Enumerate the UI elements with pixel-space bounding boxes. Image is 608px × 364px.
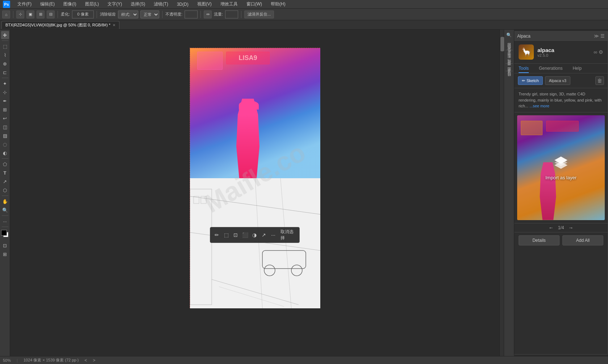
strength-input[interactable] — [225, 10, 238, 18]
menu-file[interactable]: 文件(F) — [16, 1, 33, 7]
float-transform-btn[interactable]: ⊡ — [232, 231, 239, 239]
selection-tool[interactable]: ⬚ — [1, 42, 9, 50]
alpaca-settings-btn[interactable]: ⚙ — [599, 49, 603, 55]
ri-channels-label[interactable]: 通道 — [507, 76, 512, 77]
eraser-tool[interactable]: ◫ — [1, 123, 9, 131]
menu-select[interactable]: 选择(S) — [129, 1, 147, 7]
tool-sep-4 — [2, 196, 8, 196]
ri-pattern-label[interactable]: 图案 — [507, 60, 512, 62]
ri-panel-btn[interactable]: ⊞ — [505, 40, 513, 48]
style-select[interactable]: 样式: — [118, 10, 138, 18]
crop-tool[interactable]: ⊏ — [1, 68, 9, 76]
see-more-link[interactable]: ...see more — [529, 104, 549, 108]
alpaca-expand-btn[interactable]: ≫ — [594, 33, 599, 39]
prev-page-btn[interactable]: ← — [549, 225, 554, 231]
menu-text[interactable]: 文字(Y) — [106, 1, 123, 7]
ri-adjustments-label[interactable]: 调整 — [507, 68, 512, 69]
scroll-thumb[interactable] — [501, 37, 504, 51]
hand-tool[interactable]: ✋ — [1, 197, 9, 205]
add-all-btn[interactable]: Add All — [562, 235, 603, 245]
menu-window[interactable]: 窗口(W) — [245, 1, 263, 7]
menu-image[interactable]: 图像(I) — [62, 1, 77, 7]
pen-tool[interactable]: ⬠ — [1, 160, 9, 168]
opacity-input[interactable] — [185, 10, 198, 18]
crop-btn[interactable]: ⊞ — [37, 10, 45, 18]
float-arrow-btn[interactable]: ↗ — [260, 231, 267, 239]
ri-search-btn[interactable]: 🔍 — [505, 31, 513, 39]
document-dimensions: 1024 像素 × 1539 像素 (72 pp·) — [24, 357, 79, 363]
deselect-label[interactable]: 取消选择 — [279, 229, 296, 241]
spot-heal-tool[interactable]: ⊹ — [1, 88, 9, 96]
float-select-btn[interactable]: ⬚ — [223, 231, 230, 239]
history-brush-tool[interactable]: ↩ — [1, 114, 9, 122]
eyedropper-tool[interactable]: ✦ — [1, 80, 9, 87]
dodge-tool[interactable]: ◐ — [1, 149, 9, 157]
alpaca-nav-tools[interactable]: Tools — [519, 64, 529, 73]
stamp-tool[interactable]: ⊞ — [1, 106, 9, 114]
more-tools[interactable]: ··· — [1, 217, 9, 225]
blur-tool[interactable]: ◌ — [1, 140, 9, 148]
wand-btn[interactable]: ⊟ — [47, 10, 55, 18]
status-nav-right[interactable]: > — [93, 358, 95, 363]
home-button[interactable]: ⌂ — [2, 10, 10, 18]
menu-plugins[interactable]: 增效工具 — [219, 1, 239, 7]
canvas-scrollbar[interactable] — [499, 30, 504, 356]
ri-color-label[interactable]: 颜色 — [507, 52, 512, 53]
ri-paths-label[interactable]: 路径 — [507, 78, 512, 80]
move-tool-btn[interactable]: ⊹ — [16, 10, 24, 18]
document-tab[interactable]: BTX|RZD4G5}VLVW{X0}|8K.jpg @ 50% (图层 0, … — [1, 21, 119, 29]
delete-tab-btn[interactable]: 🗑 — [595, 76, 604, 85]
next-page-btn[interactable]: → — [568, 225, 573, 231]
float-crop-btn[interactable]: ⬛ — [241, 231, 249, 239]
sketch-tab[interactable]: ✏ Sketch — [518, 76, 543, 85]
menu-filter[interactable]: 滤镜(T) — [152, 1, 169, 7]
menu-edit[interactable]: 编辑(E) — [39, 1, 56, 7]
float-circle-btn[interactable]: ◑ — [251, 231, 258, 239]
ri-swatch-label[interactable]: 色板 — [507, 55, 512, 56]
brush-tool[interactable]: ✒ — [1, 97, 9, 105]
float-pencil-btn[interactable]: ✏ — [213, 231, 220, 239]
alpaca-pagination: ← 1/4 → — [514, 223, 608, 232]
import-as-layer-overlay[interactable]: Import as layer — [517, 115, 605, 220]
separator-4 — [162, 11, 162, 18]
path-select-tool[interactable]: ↗ — [1, 177, 9, 185]
alpaca-menu-btn[interactable]: ☰ — [600, 33, 605, 39]
ri-layers-label[interactable]: 图层 — [507, 73, 512, 74]
menu-view[interactable]: 视图(V) — [196, 1, 213, 7]
ri-properties-label[interactable]: 属性 — [507, 65, 512, 67]
size-toggle[interactable]: ⇔ — [204, 10, 212, 18]
screen-mode-btn[interactable]: ⊞ — [1, 250, 9, 258]
alpaca-nav-help[interactable]: Help — [573, 64, 582, 73]
ri-gradient-label[interactable]: 渐变 — [507, 57, 512, 59]
status-nav-left[interactable]: < — [84, 358, 87, 363]
svg-rect-7 — [190, 189, 212, 305]
lasso-tool[interactable]: ⌇ — [1, 51, 9, 59]
zoom-tool[interactable]: 🔍 — [1, 206, 9, 214]
import-layer-label[interactable]: Import as layer — [545, 175, 577, 180]
color-swatch-container[interactable] — [1, 230, 9, 238]
soften-input[interactable] — [72, 10, 94, 18]
menu-3d[interactable]: 3D(D) — [176, 2, 190, 7]
text-tool[interactable]: T — [1, 169, 9, 177]
alpaca-nav-generations[interactable]: Generations — [539, 64, 562, 73]
menu-help[interactable]: 帮助(H) — [269, 1, 287, 7]
sample-btn[interactable]: 滤清并反住... — [244, 10, 274, 18]
quick-mask-btn[interactable]: ⊡ — [1, 241, 9, 249]
quick-select-tool[interactable]: ⊕ — [1, 60, 9, 68]
alpaca-logo-row: 🦙 alpaca v2.5.0 ∞ ⚙ — [514, 41, 608, 64]
alpaca-info: alpaca v2.5.0 — [537, 47, 590, 57]
foreground-color-swatch[interactable] — [1, 230, 7, 236]
gradient-tool[interactable]: ▨ — [1, 132, 9, 140]
options-bar: ⌂ ⊹ ▣ ⊞ ⊟ 柔化: 消除锯齿 样式: 正常 不透明度: ⇔ 流量: 滤清… — [0, 9, 608, 20]
shape-tool[interactable]: ⬡ — [1, 186, 9, 194]
details-btn[interactable]: Details — [519, 235, 560, 245]
transform-btn[interactable]: ▣ — [26, 10, 34, 18]
alpaca-preview[interactable]: Import as layer — [517, 115, 605, 220]
move-tool[interactable]: ✛ — [1, 31, 9, 39]
alpaca-v3-tab[interactable]: Alpaca v3 — [545, 76, 570, 85]
menu-layer[interactable]: 图层(L) — [84, 1, 101, 7]
mode-select[interactable]: 正常 — [140, 10, 159, 18]
float-more-btn[interactable]: ··· — [270, 231, 277, 239]
tab-close-button[interactable]: ✕ — [113, 23, 115, 27]
canvas-area[interactable]: LISA9 — [10, 30, 499, 356]
